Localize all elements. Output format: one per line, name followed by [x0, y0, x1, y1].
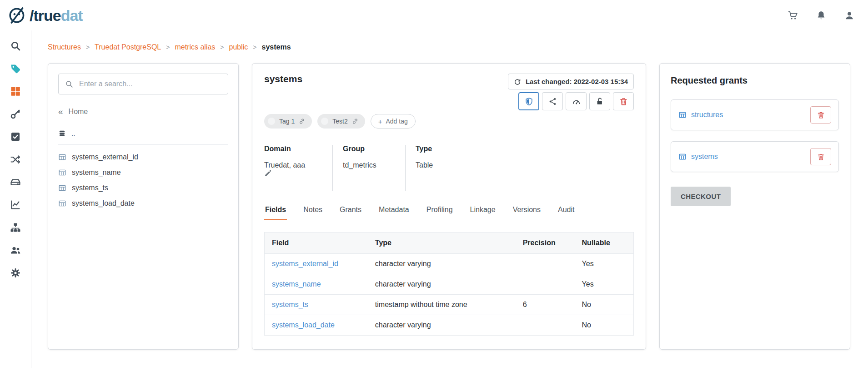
- bell-icon[interactable]: [816, 10, 826, 20]
- table-header-cell: Nullable: [575, 232, 634, 254]
- detail-tab[interactable]: Profiling: [426, 206, 454, 220]
- domain-value: Truedat, aaa: [264, 161, 322, 169]
- sidebar-item-permissions[interactable]: [10, 109, 21, 119]
- field-list-item[interactable]: systems_load_date: [58, 196, 228, 211]
- breadcrumb-separator: >: [220, 44, 224, 51]
- table-row: systems_load_date character varying No: [265, 315, 634, 336]
- detail-tab[interactable]: Fields: [264, 206, 287, 220]
- field-list-item[interactable]: systems_name: [58, 165, 228, 180]
- field-list-item-label: systems_external_id: [72, 153, 138, 161]
- profiling-button[interactable]: [566, 92, 587, 110]
- field-nullable-cell: No: [575, 315, 634, 336]
- tag-chip[interactable]: Tag 1: [264, 114, 312, 129]
- field-link[interactable]: systems_load_date: [272, 321, 335, 329]
- top-bar: /truedat: [0, 0, 868, 30]
- sidebar-item-taxonomy[interactable]: [10, 222, 21, 233]
- field-link[interactable]: systems_external_id: [272, 260, 338, 267]
- field-nullable-cell: Yes: [575, 254, 634, 274]
- checkout-button[interactable]: CHECKOUT: [671, 187, 731, 206]
- table-icon: [58, 184, 66, 192]
- sidebar-item-tasks[interactable]: [10, 131, 21, 142]
- link-icon: [352, 118, 358, 124]
- search-icon: [65, 80, 73, 88]
- table-icon: [678, 111, 687, 119]
- breadcrumb-link[interactable]: metrics alias: [175, 43, 215, 51]
- sidebar-item-search[interactable]: [10, 40, 21, 51]
- detail-tab[interactable]: Grants: [339, 206, 362, 220]
- table-header-cell: Precision: [516, 232, 575, 254]
- add-tag-button[interactable]: + Add tag: [371, 114, 416, 129]
- truedat-logo[interactable]: /truedat: [8, 6, 83, 25]
- field-link[interactable]: systems_ts: [272, 301, 308, 308]
- home-label: Home: [69, 108, 88, 116]
- detail-tab[interactable]: Audit: [557, 206, 575, 220]
- detail-tab[interactable]: Versions: [512, 206, 542, 220]
- protect-button[interactable]: [518, 92, 539, 110]
- field-precision-cell: [516, 254, 575, 274]
- delete-button[interactable]: [613, 92, 634, 110]
- sidebar-item-structures[interactable]: [10, 86, 21, 97]
- owl-logo-icon: [8, 6, 26, 25]
- lock-button[interactable]: [589, 92, 610, 110]
- sidebar-item-settings[interactable]: [10, 267, 21, 278]
- grid-icon: [10, 86, 21, 97]
- edit-domain-button[interactable]: [264, 169, 322, 177]
- last-changed-box[interactable]: Last changed: 2022-02-03 15:34: [508, 74, 634, 89]
- breadcrumb-separator: >: [166, 44, 170, 51]
- field-list: systems_external_id systems_name systems…: [58, 149, 228, 211]
- parent-structure-link[interactable]: ..: [58, 129, 228, 145]
- cart-icon[interactable]: [788, 10, 798, 20]
- structure-search-input[interactable]: [78, 79, 221, 89]
- field-list-item-label: systems_ts: [72, 184, 108, 192]
- breadcrumb-link[interactable]: public: [229, 43, 248, 51]
- user-icon[interactable]: [844, 10, 854, 20]
- page-title: systems: [264, 74, 302, 84]
- tag-chip[interactable]: Test2: [317, 114, 365, 129]
- tag-remove-icon[interactable]: [268, 118, 275, 125]
- home-link[interactable]: « Home: [58, 107, 88, 116]
- sidebar-item-sources[interactable]: [10, 177, 21, 188]
- requested-grants-title: Requested grants: [671, 75, 839, 86]
- remove-grant-button[interactable]: [810, 148, 831, 165]
- detail-tab[interactable]: Linkage: [469, 206, 497, 220]
- sidebar-item-tags[interactable]: [10, 63, 21, 74]
- breadcrumb-link[interactable]: Structures: [48, 43, 81, 51]
- users-icon: [10, 245, 21, 256]
- grant-structure-link[interactable]: structures: [678, 111, 723, 119]
- tag-icon: [10, 63, 21, 74]
- unlock-icon: [596, 97, 604, 106]
- grant-structure-link[interactable]: systems: [678, 153, 718, 161]
- group-column: Group td_metrics: [332, 145, 405, 191]
- field-list-item[interactable]: systems_ts: [58, 180, 228, 196]
- sidebar-item-quality[interactable]: [10, 199, 21, 210]
- sidebar-item-users[interactable]: [10, 245, 21, 256]
- search-icon: [10, 40, 21, 51]
- sidebar-item-lineage[interactable]: [10, 154, 21, 165]
- tag-remove-icon[interactable]: [321, 118, 328, 125]
- tag-label: Test2: [332, 118, 347, 125]
- add-tag-label: Add tag: [386, 118, 407, 125]
- plus-icon: +: [378, 118, 382, 125]
- table-icon: [58, 168, 66, 177]
- grant-card: systems: [671, 141, 839, 172]
- field-list-item-label: systems_name: [72, 168, 121, 177]
- breadcrumb-link[interactable]: Truedat PostgreSQL: [95, 43, 161, 51]
- trash-icon: [619, 97, 628, 106]
- share-button[interactable]: [542, 92, 563, 110]
- detail-tab[interactable]: Notes: [302, 206, 323, 220]
- remove-grant-button[interactable]: [810, 106, 831, 124]
- refresh-icon[interactable]: [514, 78, 521, 85]
- field-precision-cell: [516, 274, 575, 295]
- tags-row: Tag 1 Test2 + Add tag: [264, 114, 634, 129]
- hdd-icon: [10, 177, 21, 188]
- shuffle-icon: [10, 154, 21, 165]
- link-icon: [299, 118, 305, 124]
- field-link[interactable]: systems_name: [272, 280, 321, 288]
- field-precision-cell: 6: [516, 295, 575, 315]
- breadcrumb-link[interactable]: systems: [262, 43, 291, 51]
- pencil-icon: [264, 169, 322, 177]
- type-value: Table: [416, 161, 433, 169]
- detail-tab[interactable]: Metadata: [378, 206, 410, 220]
- table-row: systems_name character varying Yes: [265, 274, 634, 295]
- field-list-item[interactable]: systems_external_id: [58, 149, 228, 165]
